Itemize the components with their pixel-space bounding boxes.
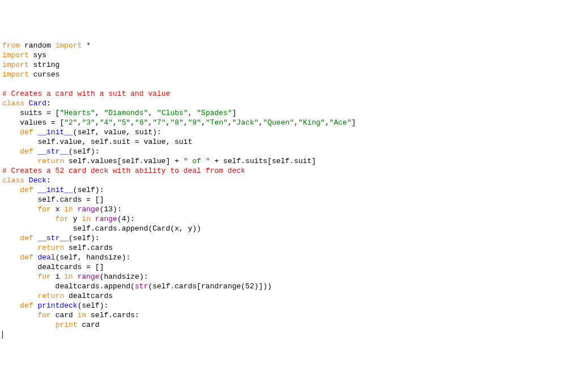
code-token: for: [37, 205, 50, 214]
code-token: [24, 99, 29, 108]
code-line-20: self.cards.append(Card(x, y)): [2, 224, 201, 233]
code-token: deal: [37, 253, 55, 262]
code-token: from: [2, 41, 20, 50]
code-token: def: [20, 128, 33, 137]
code-token: range: [95, 215, 117, 223]
code-token: x: [51, 205, 64, 214]
code-token: "8": [170, 118, 184, 127]
code-token: [2, 157, 37, 165]
code-line-23: def deal(self, handsize):: [2, 253, 130, 262]
code-token: self.cards:: [86, 311, 139, 319]
code-line-8: suits = ["Hearts", "Diamonds", "Clubs", …: [2, 109, 237, 117]
code-token: in: [64, 272, 73, 281]
code-token: (self, value, suit):: [73, 128, 161, 137]
code-token: printdeck: [37, 301, 77, 310]
code-token: "Ten": [206, 118, 228, 127]
code-line-10: def __init__(self, value, suit):: [2, 128, 161, 137]
code-token: "Queen": [263, 118, 294, 127]
code-token: [2, 205, 37, 214]
code-token: "2": [64, 118, 77, 127]
code-line-28: def printdeck(self):: [2, 301, 108, 310]
code-token: ,: [95, 109, 104, 117]
code-token: # Creates a 52 card deck with ability to…: [2, 167, 245, 175]
code-token: self.cards: [64, 244, 113, 252]
code-token: [2, 292, 37, 300]
code-token: [2, 244, 37, 252]
code-token: ]: [351, 118, 356, 127]
code-token: "Hearts": [59, 109, 95, 117]
code-token: return: [37, 157, 64, 165]
code-token: in: [78, 311, 87, 319]
code-token: [2, 301, 20, 310]
code-token: "Diamonds": [104, 109, 148, 117]
code-line-17: self.cards = []: [2, 195, 104, 204]
code-token: def: [20, 253, 33, 262]
code-line-27: return dealtcards: [2, 292, 113, 300]
code-token: i: [51, 272, 64, 281]
code-line-3: import string: [2, 61, 59, 69]
code-token: "9": [188, 118, 201, 127]
code-token: def: [20, 147, 33, 156]
code-token: "Clubs": [157, 109, 188, 117]
code-token: def: [20, 186, 33, 194]
code-token: # Creates a card with a suit and value: [2, 90, 170, 98]
code-token: " of ": [184, 157, 210, 165]
code-line-21: def __str__(self):: [2, 234, 100, 242]
code-token: :: [46, 176, 51, 185]
code-line-1: from random import *: [2, 41, 91, 50]
code-line-18: for x in range(13):: [2, 205, 122, 214]
code-line-25: for i in range(handsize):: [2, 272, 148, 281]
code-token: def: [20, 301, 33, 310]
code-token: "King": [298, 118, 325, 127]
code-token: y: [69, 215, 82, 223]
code-token: return: [37, 244, 64, 252]
code-token: (4):: [117, 215, 135, 223]
code-token: suits = [: [2, 109, 59, 117]
code-token: import: [2, 51, 29, 59]
code-line-26: dealtcards.append(str(self.cards[randran…: [2, 282, 272, 291]
code-token: (self.cards[randrange(52)])): [148, 282, 271, 291]
code-token: for: [37, 311, 50, 319]
code-token: self.cards = []: [2, 195, 104, 204]
code-token: (self):: [73, 186, 104, 194]
code-line-7: class Card:: [2, 99, 51, 108]
code-editor[interactable]: from random import * import sys import s…: [2, 41, 578, 339]
code-line-4: import curses: [2, 70, 59, 79]
code-line-13: return self.values[self.value] + " of " …: [2, 157, 316, 165]
code-line-19: for y in range(4):: [2, 215, 135, 223]
code-token: "6": [135, 118, 148, 127]
code-token: [73, 272, 78, 281]
code-token: return: [37, 292, 64, 300]
code-token: Deck: [29, 176, 46, 185]
code-token: *: [82, 41, 91, 50]
code-token: [2, 253, 20, 262]
code-token: [2, 186, 20, 194]
code-line-22: return self.cards: [2, 244, 113, 252]
code-line-12: def __str__(self):: [2, 147, 100, 156]
code-token: "Ace": [329, 118, 351, 127]
code-token: import: [2, 70, 29, 79]
code-token: class: [2, 176, 24, 185]
code-token: str: [135, 282, 148, 291]
code-token: ,: [188, 109, 197, 117]
code-line-29: for card in self.cards:: [2, 311, 139, 319]
code-token: card: [78, 321, 100, 329]
code-token: (self):: [78, 301, 109, 310]
code-token: :: [46, 99, 51, 108]
code-token: random: [20, 41, 55, 50]
code-line-6: # Creates a card with a suit and value: [2, 90, 170, 98]
code-token: + self.suits[self.suit]: [210, 157, 316, 165]
code-token: __init__: [37, 128, 72, 137]
code-line-16: def __init__(self):: [2, 186, 104, 194]
code-token: curses: [29, 70, 60, 79]
code-token: class: [2, 99, 24, 108]
code-token: def: [20, 234, 33, 242]
code-token: "4": [100, 118, 113, 127]
code-token: "Spades": [197, 109, 232, 117]
code-token: values = [: [2, 118, 64, 127]
code-token: [2, 147, 20, 156]
code-token: dealtcards: [64, 292, 113, 300]
code-token: ,: [294, 118, 298, 127]
code-token: print: [56, 321, 78, 329]
code-token: [24, 176, 29, 185]
